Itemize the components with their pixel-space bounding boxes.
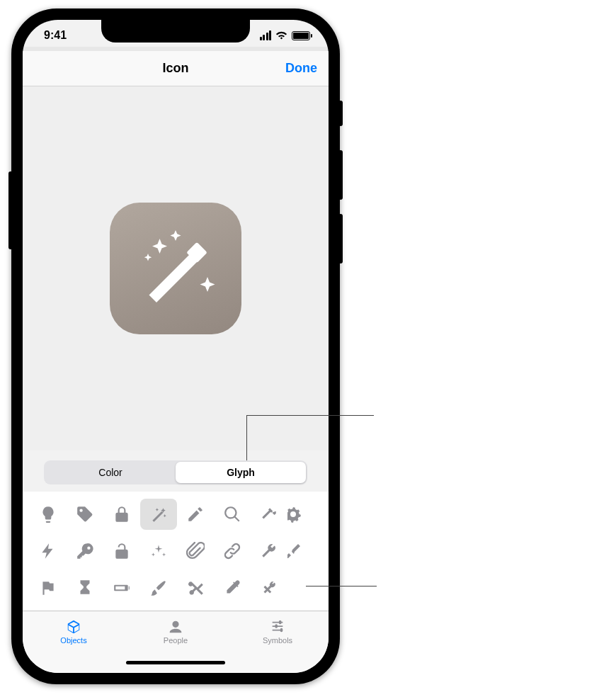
nav-bar: Icon Done bbox=[23, 51, 329, 86]
glyph-hammer[interactable] bbox=[251, 499, 287, 530]
glyph-row bbox=[30, 533, 329, 570]
glyph-key[interactable] bbox=[67, 536, 103, 567]
wifi-icon bbox=[275, 31, 287, 40]
status-right bbox=[260, 30, 311, 40]
glyph-flag[interactable] bbox=[30, 572, 67, 604]
cube-icon bbox=[65, 619, 82, 635]
callout-line bbox=[246, 415, 374, 416]
glyph-bolt[interactable] bbox=[30, 536, 67, 567]
phone-frame: 9:41 Icon Done bbox=[11, 8, 340, 684]
glyph-battery[interactable] bbox=[103, 572, 140, 604]
done-button[interactable]: Done bbox=[285, 61, 317, 76]
glyph-gear[interactable] bbox=[287, 499, 302, 530]
icon-preview-area bbox=[23, 86, 329, 450]
segment-color[interactable]: Color bbox=[45, 462, 176, 483]
volume-up-button bbox=[338, 150, 343, 200]
volume-down-button bbox=[338, 214, 343, 264]
home-indicator[interactable] bbox=[126, 661, 225, 664]
tab-label: Symbols bbox=[263, 636, 292, 645]
screen: 9:41 Icon Done bbox=[23, 20, 329, 673]
glyph-hourglass[interactable] bbox=[67, 572, 103, 604]
glyph-tools[interactable] bbox=[251, 572, 287, 604]
segment-glyph[interactable]: Glyph bbox=[176, 462, 306, 483]
glyph-eyedropper[interactable] bbox=[214, 572, 251, 604]
tab-label: Objects bbox=[60, 636, 86, 645]
glyph-magnifier[interactable] bbox=[214, 499, 251, 530]
power-button bbox=[8, 171, 13, 249]
glyph-pencil[interactable] bbox=[177, 499, 214, 530]
home-indicator-area bbox=[23, 652, 329, 673]
glyph-unlock[interactable] bbox=[103, 536, 140, 567]
glyph-tag[interactable] bbox=[67, 499, 103, 530]
tab-label: People bbox=[164, 636, 188, 645]
glyph-wand[interactable] bbox=[140, 499, 177, 530]
glyph-screwdriver[interactable] bbox=[287, 536, 302, 567]
tab-objects[interactable]: Objects bbox=[23, 611, 125, 652]
glyph-wrench[interactable] bbox=[251, 536, 287, 567]
battery-icon bbox=[292, 31, 310, 40]
segmented-control-wrap: Color Glyph bbox=[23, 450, 329, 492]
page-title: Icon bbox=[162, 61, 188, 76]
glyph-row bbox=[30, 570, 329, 606]
notch bbox=[101, 20, 250, 42]
icon-preview bbox=[110, 203, 241, 334]
tab-symbols[interactable]: Symbols bbox=[227, 611, 329, 652]
mute-switch bbox=[338, 101, 343, 126]
glyph-link[interactable] bbox=[214, 536, 251, 567]
segmented-control: Color Glyph bbox=[44, 460, 307, 484]
tab-people[interactable]: People bbox=[125, 611, 227, 652]
glyph-scissors[interactable] bbox=[177, 572, 214, 604]
status-time: 9:41 bbox=[44, 29, 67, 42]
glyph-grid bbox=[23, 492, 329, 611]
glyph-paperclip[interactable] bbox=[177, 536, 214, 567]
glyph-paintbrush[interactable] bbox=[140, 572, 177, 604]
glyph-row bbox=[30, 496, 329, 533]
callout-line bbox=[306, 586, 377, 586]
callout-line bbox=[246, 415, 247, 460]
tab-bar: Objects People Symbols bbox=[23, 611, 329, 652]
glyph-lock[interactable] bbox=[103, 499, 140, 530]
cellular-icon bbox=[260, 30, 272, 40]
sliders-icon bbox=[269, 619, 286, 635]
glyph-lightbulb[interactable] bbox=[30, 499, 67, 530]
glyph-sparkle[interactable] bbox=[140, 536, 177, 567]
person-icon bbox=[167, 619, 184, 635]
